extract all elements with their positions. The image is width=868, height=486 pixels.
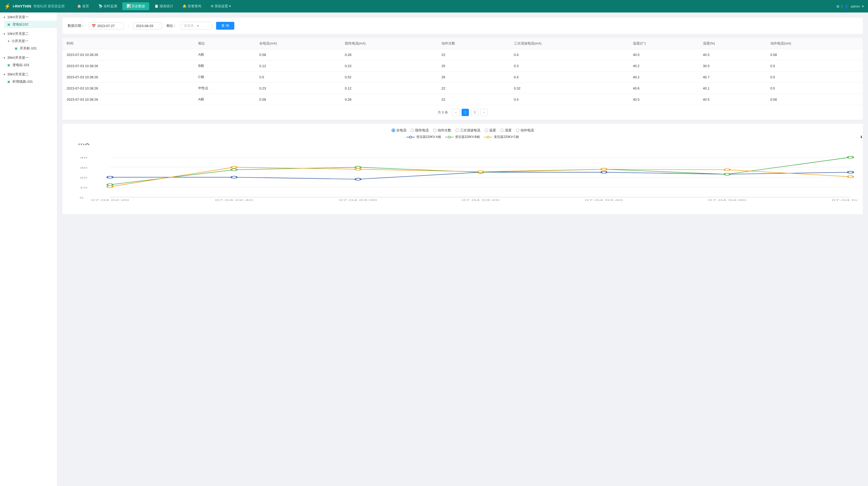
- svg-text:0: 0: [80, 196, 83, 199]
- radio-humidity[interactable]: 湿度: [500, 128, 512, 133]
- svg-text:20: 20: [80, 176, 87, 179]
- svg-point-31: [848, 171, 854, 173]
- radio-dot-harmonic: [455, 129, 459, 132]
- tree-item-kaiguangui[interactable]: ▣ 开关柜-101: [11, 45, 57, 52]
- radio-resistive[interactable]: 阻性电流: [410, 128, 429, 133]
- svg-text:07-04 04:20: 07-04 04:20: [832, 199, 858, 201]
- filter-bar: 数据日期： 📅 - 相位： 请选择 ▾ 查 询: [62, 18, 863, 34]
- separator: /: [841, 4, 842, 8]
- svg-point-3: [448, 136, 451, 138]
- cell-4: 22: [437, 94, 510, 105]
- date-end-input[interactable]: [136, 24, 159, 28]
- cell-6: 40.2: [629, 71, 699, 83]
- date-start-input[interactable]: [97, 24, 121, 28]
- table-row: 2023-07-03 10:38:26A相0.580.28220.440.540…: [62, 94, 863, 105]
- cell-4: 25: [437, 60, 510, 71]
- radio-label-temp: 温度: [489, 128, 496, 133]
- tree-label-35kv-2: 35kV开关室二: [7, 72, 29, 77]
- tree-item-small-switch[interactable]: ▼ 小开关室一: [4, 37, 57, 45]
- main-content: 数据日期： 📅 - 相位： 请选择 ▾ 查 询 时间 相位: [57, 12, 868, 486]
- calendar-icon: 📅: [92, 24, 96, 28]
- table-row: 2023-07-03 10:38:26C相0.50.52260.440.240.…: [62, 71, 863, 83]
- col-time: 时间: [62, 38, 194, 49]
- col-actions: 动作次数: [437, 38, 510, 49]
- expand-icon[interactable]: ⊞: [837, 4, 839, 8]
- tree-item-10kv-2[interactable]: ▼ 10kV开关室二: [0, 30, 57, 37]
- next-page-btn[interactable]: ›: [480, 109, 488, 116]
- cell-8: 0.5: [766, 71, 863, 83]
- radio-total-current[interactable]: 全电流: [392, 128, 406, 133]
- query-button[interactable]: 查 询: [216, 22, 234, 30]
- tree-child-2: ▼ 小开关室一 ▣ 开关柜-101: [0, 37, 57, 52]
- cell-3: 0.28: [341, 49, 437, 60]
- cell-0: 2023-07-03 10:38:26: [62, 94, 194, 105]
- svg-text:07-04 03:00: 07-04 03:00: [339, 199, 377, 201]
- tree-item-35kv-2[interactable]: ▼ 35kV开关室二: [0, 71, 57, 78]
- tree-item-biandian101[interactable]: ▣ 变电站-101: [4, 61, 57, 69]
- cell-0: 2023-07-03 10:38:26: [62, 83, 194, 94]
- cell-2: 0.23: [255, 83, 341, 94]
- radio-temp[interactable]: 温度: [485, 128, 496, 133]
- cell-1: B相: [194, 60, 255, 71]
- svg-point-42: [478, 171, 484, 173]
- cell-5: 0.32: [510, 83, 629, 94]
- svg-text:mA: mA: [78, 143, 90, 146]
- svg-point-45: [848, 175, 854, 178]
- nav-report[interactable]: 📋 报表统计: [150, 2, 177, 10]
- svg-text:07-04 02:20: 07-04 02:20: [91, 199, 129, 201]
- cell-4: 22: [437, 49, 510, 60]
- svg-point-44: [724, 169, 730, 171]
- svg-text:10: 10: [80, 186, 87, 189]
- pagination: 共 8 条 ‹ 1 2 ›: [62, 105, 863, 120]
- tree-item-gantaluxian[interactable]: ▣ 杆塔线路-101: [4, 78, 57, 85]
- leaf-icon: ▣: [7, 23, 11, 26]
- radio-label-humidity: 湿度: [505, 128, 512, 133]
- svg-point-5: [487, 136, 489, 138]
- table-row: 2023-07-03 10:38:26A相0.580.28220.440.540…: [62, 49, 863, 60]
- tree-label-10kv-2: 10kV开关室二: [7, 31, 29, 36]
- radio-harmonic[interactable]: 三次谐波电流: [455, 128, 480, 133]
- cell-3: 0.12: [341, 83, 437, 94]
- tree-item-10kv-1[interactable]: ▼ 10kV开关室一: [0, 13, 57, 21]
- svg-point-41: [355, 168, 361, 170]
- tree-label-35kv-1: 35kV开关室一: [7, 56, 29, 60]
- radio-actions[interactable]: 动作次数: [433, 128, 451, 133]
- arrow-icon-2: ▼: [3, 33, 6, 35]
- arrow-icon-3: ▼: [7, 40, 10, 43]
- date-label: 数据日期：: [68, 24, 85, 28]
- cell-1: A相: [194, 94, 255, 105]
- legend-c-phase: 变压器220KV-C相: [484, 135, 519, 139]
- phase-select[interactable]: 请选择 ▾: [181, 22, 212, 30]
- cell-7: 40.5: [699, 94, 766, 105]
- date-start-wrap[interactable]: 📅: [89, 22, 124, 29]
- radio-action-current[interactable]: 动作电流: [516, 128, 534, 133]
- cell-1: C相: [194, 71, 255, 83]
- nav-home[interactable]: 🏠 首页: [73, 2, 93, 10]
- prev-page-btn[interactable]: ‹: [452, 109, 460, 116]
- chart-section: 全电流 阻性电流 动作次数 三次谐波电流 温度: [62, 124, 863, 214]
- header-left: ⚡ I-RHYTHIN 智能站房 避雷器监测 🏠 首页 📡 实时监测 📊 历史数…: [4, 2, 235, 10]
- page-2-btn[interactable]: 2: [471, 109, 478, 116]
- svg-point-27: [355, 178, 361, 180]
- phase-label: 相位：: [166, 24, 177, 28]
- leaf-icon-3: ▣: [7, 63, 11, 67]
- radio-label-action-current: 动作电流: [521, 128, 534, 133]
- nav-settings[interactable]: ⚙ 系统设置 ▾: [207, 2, 235, 10]
- cell-1: A相: [194, 49, 255, 60]
- svg-text:07-04 02:40: 07-04 02:40: [215, 199, 253, 201]
- leaf-icon-4: ▣: [7, 80, 11, 84]
- nav-menu: 🏠 首页 📡 实时监测 📊 历史数据 📋 报表统计 🔔 告警查询 ⚙ 系统设置 …: [73, 2, 235, 10]
- tree-child-3: ▣ 变电站-101: [0, 61, 57, 69]
- user-dropdown-icon[interactable]: ▾: [862, 4, 864, 8]
- tree-item-35kv-1[interactable]: ▼ 35kV开关室一: [0, 54, 57, 61]
- sidebar-toggle[interactable]: ▶: [57, 244, 57, 254]
- nav-realtime[interactable]: 📡 实时监测: [94, 2, 121, 10]
- tree-item-biandian102[interactable]: ▣ 变电站102: [4, 21, 57, 28]
- nav-history[interactable]: 📊 历史数据: [122, 2, 149, 10]
- nav-alarm[interactable]: 🔔 告警查询: [178, 2, 206, 10]
- date-end-wrap[interactable]: [133, 22, 162, 29]
- cell-7: 40.5: [699, 49, 766, 60]
- download-btn[interactable]: ⬇: [860, 135, 863, 139]
- page-1-btn[interactable]: 1: [462, 109, 469, 116]
- cell-8: 0.5: [766, 60, 863, 71]
